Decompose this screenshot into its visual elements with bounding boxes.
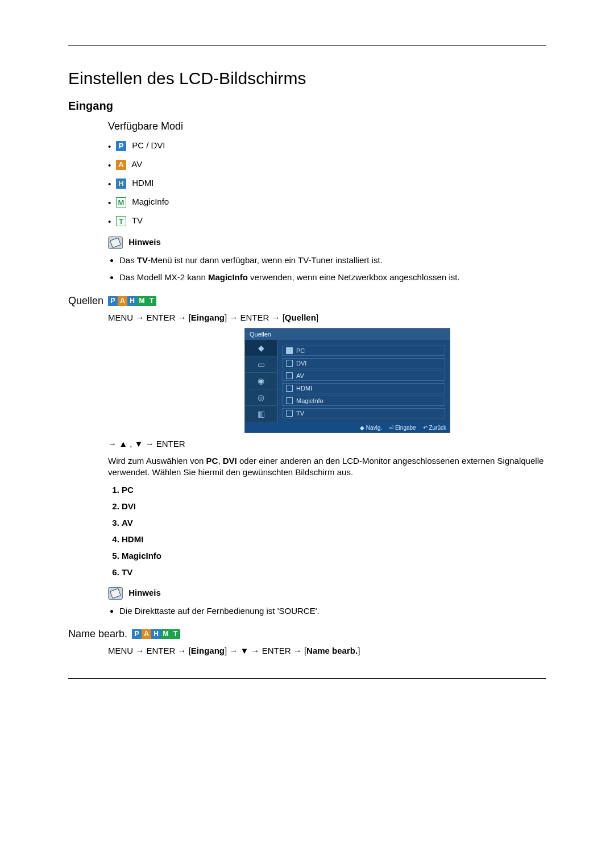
list-item: DVI	[122, 501, 546, 511]
page-title: Einstellen des LCD-Bildschirms	[68, 69, 546, 88]
osd-item: TV	[282, 408, 445, 418]
hinweis-label: Hinweis	[128, 588, 161, 597]
mode-label: AV	[131, 159, 142, 169]
m-icon: M	[161, 629, 171, 639]
t-icon: T	[116, 216, 126, 226]
section-eingang-heading: Eingang	[68, 99, 546, 113]
badge-strip: PAHMT	[132, 629, 180, 639]
mode-pc-dvi: •P PC / DVI	[108, 140, 546, 151]
mode-av: •A AV	[108, 159, 546, 170]
osd-title: Quellen	[245, 329, 450, 340]
mode-magicinfo: •M MagicInfo	[108, 197, 546, 207]
mode-hdmi: •H HDMI	[108, 178, 546, 189]
list-item: TV	[122, 567, 546, 577]
t-icon: T	[171, 629, 180, 639]
list-item: AV	[122, 518, 546, 528]
subheading-verfuegbare-modi: Verfügbare Modi	[108, 121, 546, 132]
top-rule	[68, 45, 546, 46]
m-icon: M	[116, 197, 126, 207]
hinweis-item: Das Modell MX-2 kann MagicInfo verwenden…	[119, 272, 546, 283]
p-icon: P	[132, 629, 142, 639]
document-page: Einstellen des LCD-Bildschirms Eingang V…	[0, 0, 614, 868]
mode-label: MagicInfo	[132, 197, 169, 206]
osd-side-icon: ▭	[245, 356, 277, 373]
osd-item: AV	[282, 371, 445, 381]
mode-label: TV	[132, 215, 143, 225]
p-icon: P	[108, 296, 118, 306]
hinweis-row: Hinweis	[108, 587, 546, 600]
a-icon: A	[142, 629, 151, 639]
mode-label: HDMI	[132, 178, 154, 188]
hinweis-item: Die Direkttaste auf der Fernbedienung is…	[119, 605, 546, 617]
section-namebearb-row: Name bearb. PAHMT	[68, 628, 546, 640]
m-icon: M	[137, 296, 147, 306]
section-quellen-heading: Quellen	[68, 295, 103, 307]
osd-body: ◆ ▭ ◉ ◎ ▥ PC DVI AV HDMI MagicInfo TV	[245, 340, 450, 423]
menu-path-namebearb: MENU → ENTER → [Eingang] → → ENTER → [Na…	[108, 646, 546, 655]
quellen-description: Wird zum Auswählen von PC, DVI oder eine…	[108, 455, 546, 479]
section-namebearb-heading: Name bearb.	[68, 628, 127, 640]
hinweis-label: Hinweis	[128, 237, 161, 247]
list-item: MagicInfo	[122, 551, 546, 560]
nav-line: → , → ENTER	[108, 439, 546, 448]
hinweis-item: Das TV-Menü ist nur dann verfügbar, wenn…	[119, 255, 546, 266]
down-arrow-icon	[135, 439, 143, 448]
osd-main: PC DVI AV HDMI MagicInfo TV	[277, 340, 450, 423]
hinweis-bullets: Das TV-Menü ist nur dann verfügbar, wenn…	[119, 255, 546, 284]
hinweis-bullets: Die Direkttaste auf der Fernbedienung is…	[119, 605, 546, 617]
mode-label: PC / DVI	[132, 140, 165, 150]
note-icon	[108, 587, 123, 600]
badge-strip: PAHMT	[108, 296, 156, 306]
osd-side-icon: ◆	[245, 340, 277, 356]
menu-path-quellen: MENU → ENTER → [Eingang] → ENTER → [Quel…	[108, 313, 546, 322]
osd-sidebar: ◆ ▭ ◉ ◎ ▥	[245, 340, 277, 423]
hinweis-row: Hinweis	[108, 236, 546, 249]
section-quellen-row: Quellen PAHMT	[68, 295, 546, 307]
osd-side-icon: ◉	[245, 373, 277, 389]
osd-screenshot: Quellen ◆ ▭ ◉ ◎ ▥ PC DVI AV HDMI MagicIn…	[244, 328, 450, 433]
bottom-rule	[68, 678, 546, 679]
osd-item: HDMI	[282, 383, 445, 393]
osd-item: DVI	[282, 358, 445, 368]
h-icon: H	[116, 178, 126, 189]
p-icon: P	[116, 141, 126, 151]
h-icon: H	[127, 296, 137, 306]
down-arrow-icon	[240, 646, 249, 655]
a-icon: A	[118, 296, 127, 306]
a-icon: A	[116, 160, 126, 170]
mode-tv: •T TV	[108, 215, 546, 226]
osd-side-icon: ▥	[245, 406, 277, 422]
list-item: PC	[122, 485, 546, 495]
h-icon: H	[151, 629, 161, 639]
osd-footer: ◆ Navig. ⏎ Eingabe ↶ Zurück	[245, 423, 450, 433]
modes-list: •P PC / DVI •A AV •H HDMI •M MagicInfo •…	[108, 140, 546, 226]
osd-item: PC	[282, 346, 445, 356]
note-icon	[108, 236, 123, 249]
up-arrow-icon	[119, 439, 127, 448]
sources-ordered-list: PC DVI AV HDMI MagicInfo TV	[108, 485, 546, 577]
osd-side-icon: ◎	[245, 389, 277, 406]
t-icon: T	[147, 296, 156, 306]
osd-item: MagicInfo	[282, 396, 445, 406]
list-item: HDMI	[122, 534, 546, 544]
